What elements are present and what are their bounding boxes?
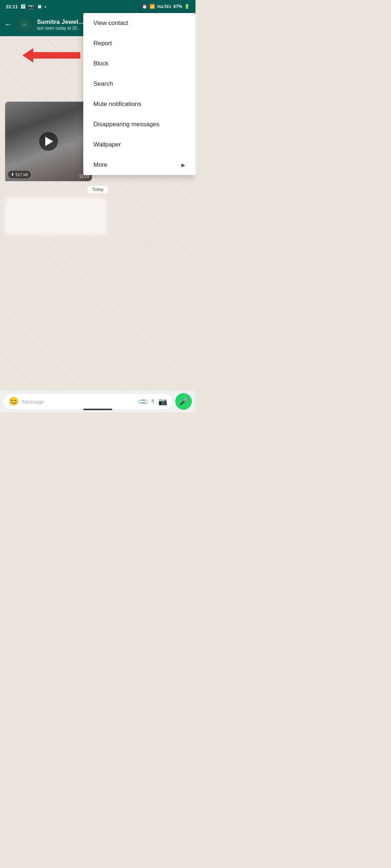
block-label: Block (93, 60, 109, 67)
search-label: Search (93, 80, 113, 88)
arrow-head (22, 48, 33, 63)
arrow-shaft (33, 52, 80, 59)
mute-label: Mute notifications (93, 101, 141, 108)
menu-item-search[interactable]: Search (83, 74, 196, 94)
menu-item-block[interactable]: Block (83, 54, 196, 74)
report-arrow-indicator (22, 48, 80, 63)
menu-item-mute[interactable]: Mute notifications (83, 94, 196, 114)
dropdown-menu: View contact Report Block Search Mute no… (83, 13, 196, 175)
more-label: More (93, 161, 108, 169)
menu-item-disappearing[interactable]: Disappearing messages (83, 114, 196, 135)
dropdown-overlay[interactable]: View contact Report Block Search Mute no… (0, 0, 196, 434)
menu-item-report[interactable]: Report (83, 33, 196, 54)
menu-item-wallpaper[interactable]: Wallpaper (83, 135, 196, 155)
menu-item-more[interactable]: More ▶ (83, 155, 196, 175)
disappearing-label: Disappearing messages (93, 121, 159, 128)
report-label: Report (93, 40, 112, 47)
more-chevron-icon: ▶ (181, 162, 185, 168)
view-contact-label: View contact (93, 20, 128, 27)
menu-item-view-contact[interactable]: View contact (83, 13, 196, 33)
wallpaper-label: Wallpaper (93, 141, 121, 148)
